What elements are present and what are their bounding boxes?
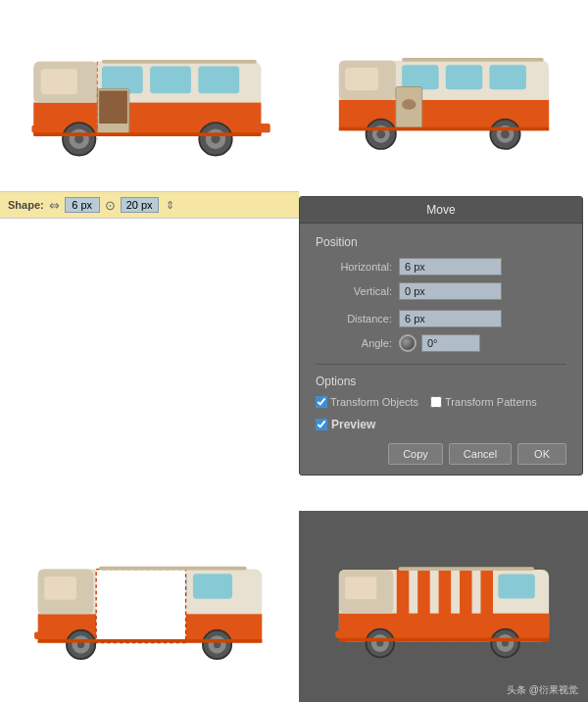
- preview-label: Preview: [331, 418, 375, 431]
- van-bottom-left: [23, 544, 277, 670]
- svg-rect-44: [44, 576, 76, 599]
- svg-rect-73: [335, 631, 348, 638]
- width-input[interactable]: 6 px: [65, 197, 100, 213]
- svg-rect-24: [402, 65, 439, 89]
- transform-patterns-label: Transform Patterns: [445, 396, 537, 408]
- angle-circle-icon: [399, 334, 416, 352]
- svg-point-29: [402, 99, 416, 110]
- svg-rect-54: [34, 631, 47, 638]
- move-dialog: Move Position Horizontal: 6 px Vertical:…: [299, 196, 583, 476]
- position-label: Position: [316, 235, 566, 249]
- transform-patterns-option[interactable]: Transform Patterns: [430, 396, 537, 408]
- transform-objects-option[interactable]: Transform Objects: [316, 396, 418, 408]
- angle-input[interactable]: 0°: [421, 334, 480, 352]
- vertical-label: Vertical:: [316, 285, 392, 297]
- svg-rect-18: [102, 60, 257, 64]
- svg-rect-26: [489, 65, 526, 89]
- preview-checkbox[interactable]: [316, 419, 327, 430]
- options-label: Options: [316, 375, 566, 388]
- svg-rect-36: [402, 58, 544, 62]
- van-top-right-container: [299, 0, 588, 191]
- svg-rect-5: [150, 67, 191, 94]
- van-bottom-right-container: [299, 511, 588, 702]
- van-bottom-left-container: [0, 511, 299, 702]
- svg-rect-60: [460, 570, 472, 641]
- horizontal-input[interactable]: 6 px: [399, 258, 502, 276]
- svg-point-35: [501, 129, 510, 138]
- svg-rect-64: [345, 577, 376, 599]
- van-bottom-right: [321, 545, 566, 668]
- svg-rect-37: [338, 127, 548, 131]
- shape-label: Shape:: [8, 199, 44, 211]
- angle-label: Angle:: [316, 337, 392, 349]
- svg-rect-25: [445, 65, 482, 89]
- ok-button[interactable]: OK: [517, 443, 566, 465]
- svg-rect-59: [438, 570, 451, 641]
- svg-rect-17: [260, 124, 270, 132]
- watermark: 头条 @衍果视觉: [507, 683, 578, 697]
- copy-button[interactable]: Copy: [388, 443, 443, 465]
- transform-objects-checkbox[interactable]: [316, 396, 327, 408]
- van-top-left: [20, 34, 284, 162]
- svg-rect-19: [33, 132, 261, 136]
- transform-objects-label: Transform Objects: [330, 396, 418, 408]
- svg-rect-7: [41, 69, 77, 94]
- height-input[interactable]: 20 px: [121, 197, 159, 213]
- svg-rect-58: [417, 570, 430, 641]
- svg-rect-16: [31, 125, 45, 132]
- transform-patterns-checkbox[interactable]: [430, 396, 442, 408]
- cancel-button[interactable]: Cancel: [449, 443, 512, 465]
- vertical-input[interactable]: 0 px: [399, 282, 502, 300]
- svg-rect-72: [338, 638, 548, 642]
- svg-rect-27: [345, 68, 378, 90]
- svg-rect-9: [99, 91, 127, 124]
- svg-rect-43: [192, 574, 231, 599]
- svg-rect-53: [37, 638, 262, 642]
- horizontal-label: Horizontal:: [316, 261, 392, 273]
- distance-label: Distance:: [316, 313, 392, 325]
- adjust-icon: ⇕: [166, 199, 174, 212]
- height-icon: ⊙: [105, 198, 116, 213]
- svg-rect-61: [480, 570, 493, 641]
- preview-row[interactable]: Preview: [316, 418, 566, 431]
- svg-rect-63: [498, 574, 535, 598]
- options-checkboxes: Transform Objects Transform Patterns: [316, 396, 566, 408]
- svg-rect-52: [98, 566, 246, 570]
- shape-toolbar: Shape: ⇔ 6 px ⊙ 20 px ⇕: [0, 191, 299, 219]
- divider: [316, 364, 566, 365]
- dialog-title: Move: [300, 197, 582, 224]
- van-top-right: [321, 34, 566, 157]
- size-icon: ⇔: [49, 198, 60, 213]
- svg-rect-6: [198, 67, 239, 94]
- dialog-buttons: Copy Cancel OK: [316, 443, 566, 465]
- svg-rect-45: [96, 569, 185, 642]
- distance-input[interactable]: 6 px: [399, 310, 502, 327]
- svg-point-32: [376, 129, 385, 138]
- svg-rect-57: [396, 570, 409, 641]
- svg-rect-71: [398, 567, 533, 571]
